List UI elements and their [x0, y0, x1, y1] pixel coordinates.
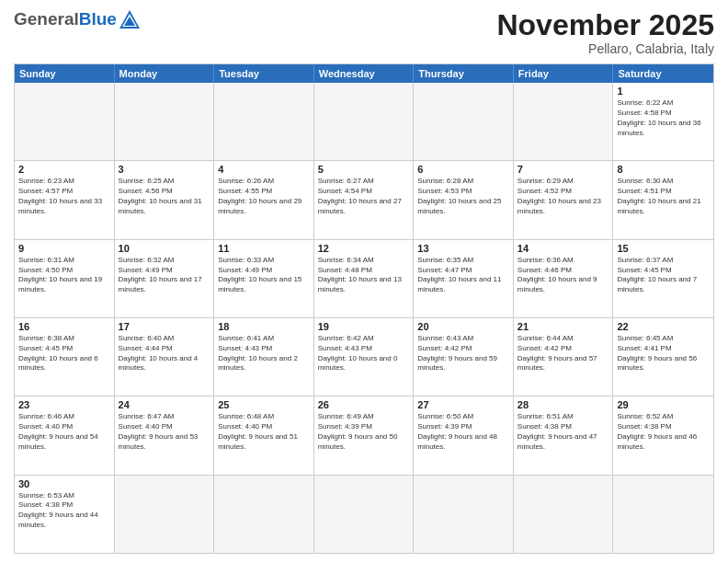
day-info: Sunrise: 6:46 AMSunset: 4:40 PMDaylight:… — [18, 412, 110, 452]
day-number: 24 — [119, 399, 210, 410]
day-number: 2 — [18, 164, 110, 175]
header-tuesday: Tuesday — [214, 64, 314, 83]
day-info: Sunrise: 6:53 AMSunset: 4:38 PMDaylight:… — [18, 491, 110, 531]
day-info: Sunrise: 6:44 AMSunset: 4:42 PMDaylight:… — [518, 334, 609, 373]
header-wednesday: Wednesday — [314, 64, 415, 83]
day-number: 12 — [318, 243, 410, 254]
day-number: 8 — [617, 164, 710, 175]
calendar-cell: 9Sunrise: 6:31 AMSunset: 4:50 PMDaylight… — [15, 240, 115, 317]
location: Pellaro, Calabria, Italy — [496, 41, 714, 56]
day-info: Sunrise: 6:28 AMSunset: 4:53 PMDaylight:… — [417, 177, 509, 216]
day-number: 13 — [417, 243, 509, 254]
day-info: Sunrise: 6:32 AMSunset: 4:49 PMDaylight:… — [119, 256, 210, 295]
header: General Blue November 2025 Pellaro, Cala… — [14, 9, 714, 56]
calendar-cell: 22Sunrise: 6:45 AMSunset: 4:41 PMDayligh… — [613, 318, 713, 396]
calendar-cell: 5Sunrise: 6:27 AMSunset: 4:54 PMDaylight… — [314, 161, 415, 238]
header-saturday: Saturday — [613, 64, 713, 83]
day-number: 27 — [417, 399, 509, 410]
day-number: 7 — [518, 164, 609, 175]
day-info: Sunrise: 6:31 AMSunset: 4:50 PMDaylight:… — [18, 256, 110, 295]
calendar: Sunday Monday Tuesday Wednesday Thursday… — [14, 63, 714, 554]
calendar-week-4: 23Sunrise: 6:46 AMSunset: 4:40 PMDayligh… — [15, 396, 713, 474]
logo-blue-text: Blue — [79, 9, 117, 29]
day-number: 14 — [518, 243, 609, 254]
calendar-cell: 17Sunrise: 6:40 AMSunset: 4:44 PMDayligh… — [115, 318, 215, 396]
day-info: Sunrise: 6:27 AMSunset: 4:54 PMDaylight:… — [318, 177, 410, 216]
day-info: Sunrise: 6:22 AMSunset: 4:58 PMDaylight:… — [617, 98, 710, 138]
day-info: Sunrise: 6:48 AMSunset: 4:40 PMDaylight:… — [218, 412, 310, 452]
calendar-cell: 20Sunrise: 6:43 AMSunset: 4:42 PMDayligh… — [414, 318, 514, 396]
day-number: 17 — [119, 321, 210, 332]
calendar-cell — [613, 476, 713, 553]
day-number: 4 — [218, 164, 310, 175]
calendar-body: 1Sunrise: 6:22 AMSunset: 4:58 PMDaylight… — [15, 83, 713, 553]
day-info: Sunrise: 6:25 AMSunset: 4:56 PMDaylight:… — [119, 177, 210, 216]
day-number: 23 — [18, 399, 110, 410]
calendar-cell: 26Sunrise: 6:49 AMSunset: 4:39 PMDayligh… — [314, 396, 415, 474]
header-thursday: Thursday — [414, 64, 514, 83]
day-info: Sunrise: 6:47 AMSunset: 4:40 PMDaylight:… — [119, 412, 210, 452]
calendar-cell: 19Sunrise: 6:42 AMSunset: 4:43 PMDayligh… — [314, 318, 415, 396]
day-number: 1 — [617, 86, 710, 97]
calendar-week-0: 1Sunrise: 6:22 AMSunset: 4:58 PMDaylight… — [15, 83, 713, 160]
day-number: 21 — [518, 321, 609, 332]
day-info: Sunrise: 6:41 AMSunset: 4:43 PMDaylight:… — [218, 334, 310, 373]
day-number: 15 — [617, 243, 710, 254]
calendar-cell: 18Sunrise: 6:41 AMSunset: 4:43 PMDayligh… — [214, 318, 314, 396]
calendar-cell: 14Sunrise: 6:36 AMSunset: 4:46 PMDayligh… — [514, 240, 614, 317]
calendar-cell: 6Sunrise: 6:28 AMSunset: 4:53 PMDaylight… — [414, 161, 514, 238]
day-info: Sunrise: 6:51 AMSunset: 4:38 PMDaylight:… — [518, 412, 609, 452]
day-info: Sunrise: 6:33 AMSunset: 4:49 PMDaylight:… — [218, 256, 310, 295]
calendar-cell — [214, 83, 314, 160]
calendar-week-3: 16Sunrise: 6:38 AMSunset: 4:45 PMDayligh… — [15, 317, 713, 396]
calendar-cell: 29Sunrise: 6:52 AMSunset: 4:38 PMDayligh… — [613, 396, 713, 474]
calendar-cell: 25Sunrise: 6:48 AMSunset: 4:40 PMDayligh… — [214, 396, 314, 474]
day-number: 3 — [119, 164, 210, 175]
day-info: Sunrise: 6:35 AMSunset: 4:47 PMDaylight:… — [417, 256, 509, 295]
calendar-cell: 13Sunrise: 6:35 AMSunset: 4:47 PMDayligh… — [414, 240, 514, 317]
calendar-cell — [15, 83, 115, 160]
calendar-cell: 16Sunrise: 6:38 AMSunset: 4:45 PMDayligh… — [15, 318, 115, 396]
day-number: 10 — [119, 243, 210, 254]
day-info: Sunrise: 6:23 AMSunset: 4:57 PMDaylight:… — [18, 177, 110, 216]
day-number: 22 — [617, 321, 710, 332]
calendar-cell: 21Sunrise: 6:44 AMSunset: 4:42 PMDayligh… — [514, 318, 614, 396]
calendar-cell: 28Sunrise: 6:51 AMSunset: 4:38 PMDayligh… — [514, 396, 614, 474]
logo-blue-part: Blue — [79, 9, 140, 29]
page: General Blue November 2025 Pellaro, Cala… — [0, 0, 728, 563]
calendar-cell: 27Sunrise: 6:50 AMSunset: 4:39 PMDayligh… — [414, 396, 514, 474]
calendar-cell: 10Sunrise: 6:32 AMSunset: 4:49 PMDayligh… — [115, 240, 215, 317]
day-info: Sunrise: 6:29 AMSunset: 4:52 PMDaylight:… — [518, 177, 609, 216]
day-number: 18 — [218, 321, 310, 332]
title-section: November 2025 Pellaro, Calabria, Italy — [496, 9, 714, 56]
day-number: 25 — [218, 399, 310, 410]
calendar-cell — [115, 476, 215, 553]
calendar-week-2: 9Sunrise: 6:31 AMSunset: 4:50 PMDaylight… — [15, 239, 713, 317]
calendar-cell: 12Sunrise: 6:34 AMSunset: 4:48 PMDayligh… — [314, 240, 415, 317]
day-info: Sunrise: 6:34 AMSunset: 4:48 PMDaylight:… — [318, 256, 410, 295]
calendar-cell: 1Sunrise: 6:22 AMSunset: 4:58 PMDaylight… — [613, 83, 713, 160]
logo-general-text: General — [14, 9, 79, 29]
day-number: 20 — [417, 321, 509, 332]
calendar-cell — [414, 476, 514, 553]
calendar-cell: 3Sunrise: 6:25 AMSunset: 4:56 PMDaylight… — [115, 161, 215, 238]
calendar-cell — [314, 83, 415, 160]
day-info: Sunrise: 6:49 AMSunset: 4:39 PMDaylight:… — [318, 412, 410, 452]
day-info: Sunrise: 6:36 AMSunset: 4:46 PMDaylight:… — [518, 256, 609, 295]
calendar-week-1: 2Sunrise: 6:23 AMSunset: 4:57 PMDaylight… — [15, 160, 713, 238]
calendar-cell — [314, 476, 415, 553]
calendar-cell: 7Sunrise: 6:29 AMSunset: 4:52 PMDaylight… — [514, 161, 614, 238]
day-number: 11 — [218, 243, 310, 254]
calendar-week-5: 30Sunrise: 6:53 AMSunset: 4:38 PMDayligh… — [15, 475, 713, 553]
calendar-cell — [115, 83, 215, 160]
day-info: Sunrise: 6:26 AMSunset: 4:55 PMDaylight:… — [218, 177, 310, 216]
calendar-cell: 15Sunrise: 6:37 AMSunset: 4:45 PMDayligh… — [613, 240, 713, 317]
calendar-cell: 4Sunrise: 6:26 AMSunset: 4:55 PMDaylight… — [214, 161, 314, 238]
calendar-cell: 2Sunrise: 6:23 AMSunset: 4:57 PMDaylight… — [15, 161, 115, 238]
header-monday: Monday — [115, 64, 215, 83]
calendar-cell: 8Sunrise: 6:30 AMSunset: 4:51 PMDaylight… — [613, 161, 713, 238]
logo: General Blue — [14, 9, 140, 29]
calendar-header: Sunday Monday Tuesday Wednesday Thursday… — [15, 64, 713, 83]
calendar-cell: 30Sunrise: 6:53 AMSunset: 4:38 PMDayligh… — [15, 476, 115, 553]
day-number: 5 — [318, 164, 410, 175]
